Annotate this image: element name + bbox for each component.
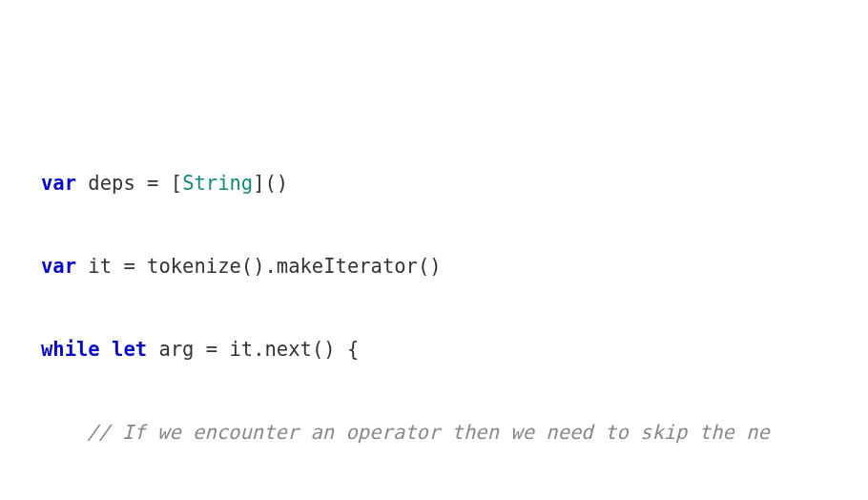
comment: // If we encounter an operator then we n… [87,421,770,444]
code-text: deps = [ [76,172,182,195]
code-text: it = tokenize().makeIterator() [76,255,442,278]
type-name: String [182,172,253,195]
code-line[interactable]: // If we encounter an operator then we n… [0,419,868,447]
keyword-let: let [112,338,147,361]
code-text: ]() [253,172,288,195]
keyword-while: while [41,338,100,361]
code-line[interactable]: while let arg = it.next() { [0,336,868,364]
keyword-var: var [41,172,76,195]
code-line[interactable]: var it = tokenize().makeIterator() [0,253,868,281]
code-text: arg = it.next() { [147,338,359,361]
code-editor[interactable]: var deps = [String]() var it = tokenize(… [0,111,868,500]
keyword-var: var [41,255,76,278]
code-line[interactable]: var deps = [String]() [0,170,868,198]
